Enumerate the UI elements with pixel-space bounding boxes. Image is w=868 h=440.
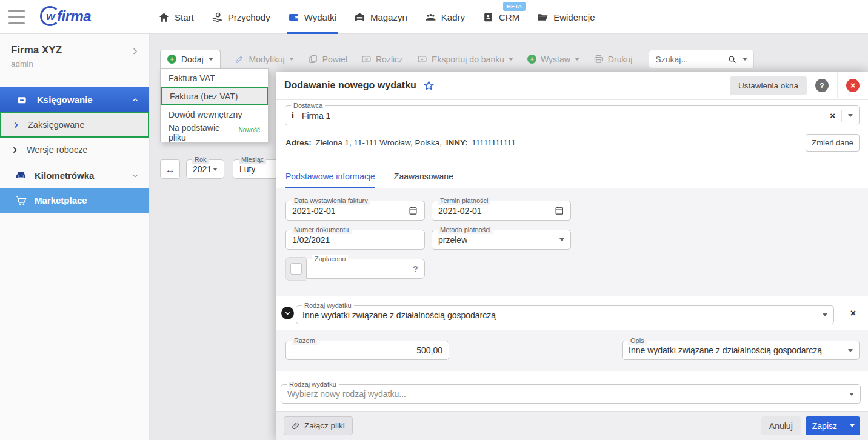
wfirma-logo[interactable]: w firma: [40, 6, 91, 26]
sidebar-item-zaksiegowane[interactable]: Zaksięgowane: [0, 112, 149, 138]
nav-item-kadry[interactable]: Kadry: [425, 0, 465, 34]
nav-item-start[interactable]: Start: [158, 0, 194, 34]
total-input[interactable]: [292, 345, 442, 355]
top-bar: w firma Start Przychody Wydatki Magazyn: [0, 0, 868, 34]
cart-icon: [15, 194, 27, 207]
logo-arc-icon: w: [40, 6, 60, 26]
document-number-field[interactable]: Numer dokumentu: [285, 230, 425, 250]
modal-tabs: Podstawowe informacje Zaawansowane: [285, 172, 453, 188]
expand-row-icon[interactable]: [281, 307, 294, 319]
double-arrow-icon: ↔: [165, 164, 175, 175]
sidebar-item-label: Kilometrówka: [35, 170, 94, 181]
due-date-input[interactable]: [438, 206, 554, 216]
nav-label: Magazyn: [370, 12, 407, 22]
caret-down-icon: [559, 238, 564, 241]
car-icon: [15, 169, 27, 182]
issue-date-label: Data wystawienia faktury: [292, 196, 370, 205]
export-to-bank-button[interactable]: Eksportuj do banku: [417, 54, 513, 64]
menu-item-dowod-wewnetrzny[interactable]: Dowód wewnętrzny: [161, 105, 268, 124]
attach-files-button[interactable]: Załącz pliki: [284, 416, 353, 435]
change-data-button[interactable]: Zmień dane: [806, 134, 860, 152]
nav-item-wydatki[interactable]: Wydatki: [288, 0, 336, 34]
add-button-label: Dodaj: [181, 55, 204, 64]
search-icon[interactable]: [727, 55, 737, 64]
info-icon[interactable]: i: [292, 111, 294, 121]
nav-item-magazyn[interactable]: Magazyn: [354, 0, 407, 34]
expand-range-button[interactable]: ↔: [160, 159, 180, 179]
caret-down-icon[interactable]: [844, 424, 860, 427]
issue-date-field[interactable]: Data wystawienia faktury: [285, 201, 425, 221]
paid-amount-input[interactable]: [313, 264, 413, 274]
company-name: Firma XYZ: [11, 44, 138, 56]
hand-coin-icon: [212, 12, 223, 23]
supplier-select[interactable]: Dostawca i Firma 1 ×: [285, 105, 860, 125]
add-button[interactable]: + Dodaj: [160, 50, 221, 69]
due-date-field[interactable]: Termin płatności: [432, 201, 571, 221]
paid-checkbox[interactable]: [290, 263, 302, 275]
save-button[interactable]: Zapisz: [806, 416, 860, 435]
plus-circle-icon: +: [527, 55, 536, 64]
year-select[interactable]: Rok 2021: [186, 159, 224, 179]
print-button[interactable]: Drukuj: [593, 54, 632, 64]
caret-down-icon: [575, 58, 579, 61]
payment-method-select[interactable]: Metoda płatności przelew: [432, 230, 571, 250]
search-input[interactable]: [655, 55, 727, 64]
paid-amount-field[interactable]: Zapłacono ?: [306, 259, 425, 279]
bank-export-icon: [417, 54, 427, 64]
sidebar-menu: Księgowanie Zaksięgowane Wersje robocze …: [0, 87, 149, 213]
menu-item-faktura-bez-vat[interactable]: Faktura (bez VAT): [161, 87, 268, 105]
new-expense-type-select[interactable]: Rodzaj wydatku Wybierz nowy rodzaj wydat…: [281, 384, 861, 404]
caret-down-icon: [849, 393, 854, 396]
calendar-icon[interactable]: [408, 205, 418, 216]
star-favorite-icon[interactable]: [423, 80, 435, 92]
pencil-icon: [235, 54, 245, 64]
main-nav: Start Przychody Wydatki Magazyn Kadry BE…: [158, 0, 595, 34]
month-label: Miesiąc: [239, 155, 266, 164]
issue-date-input[interactable]: [292, 206, 408, 216]
caret-down-icon[interactable]: [743, 58, 747, 61]
users-icon: [425, 12, 436, 23]
sidebar-item-kilometrowka[interactable]: Kilometrówka: [0, 163, 149, 188]
caret-down-icon: [213, 168, 218, 171]
remove-row-icon[interactable]: ×: [850, 308, 856, 319]
sidebar-item-marketplace[interactable]: Marketplace: [0, 188, 149, 213]
duplicate-button[interactable]: Powiel: [308, 54, 347, 64]
nav-item-ewidencje[interactable]: Ewidencje: [537, 0, 595, 34]
settle-button[interactable]: Rozlicz: [361, 54, 403, 64]
export-to-bank-label: Eksportuj do banku: [432, 55, 504, 64]
tab-zaawansowane[interactable]: Zaawansowane: [394, 172, 453, 188]
sidebar-item-ksiegowanie[interactable]: Księgowanie: [0, 87, 149, 112]
divider: [841, 110, 842, 122]
nav-item-przychody[interactable]: Przychody: [212, 0, 270, 34]
warehouse-icon: [354, 12, 366, 23]
window-settings-button[interactable]: Ustawienia okna: [730, 76, 807, 95]
save-button-label: Zapisz: [806, 421, 844, 431]
supplier-address-row: Adres: Zielona 1, 11-111 Wrocław, Polska…: [285, 134, 860, 152]
cancel-button[interactable]: Anuluj: [761, 416, 801, 435]
toolbar: + Dodaj Modyfikuj Powiel Rozlicz Eksport…: [160, 50, 754, 68]
modify-button[interactable]: Modyfikuj: [235, 54, 294, 64]
hamburger-menu-icon[interactable]: [8, 10, 25, 24]
clear-icon[interactable]: ×: [830, 111, 835, 120]
modify-button-label: Modyfikuj: [249, 55, 285, 64]
issue-button[interactable]: + Wystaw: [527, 55, 579, 64]
description-select[interactable]: Opis Inne wydatki związane z działalnośc…: [622, 341, 860, 360]
help-icon[interactable]: ?: [815, 79, 829, 92]
company-switcher[interactable]: Firma XYZ admin: [0, 34, 149, 68]
tab-podstawowe-informacje[interactable]: Podstawowe informacje: [285, 172, 375, 188]
document-number-input[interactable]: [292, 235, 418, 245]
question-hint-icon[interactable]: ?: [413, 264, 418, 274]
menu-item-na-podstawie-pliku[interactable]: Na podstawie pliku Nowość: [161, 124, 268, 142]
search-box: [649, 50, 754, 68]
menu-item-faktura-vat[interactable]: Faktura VAT: [161, 69, 268, 87]
sidebar-item-wersje-robocze[interactable]: Wersje robocze: [0, 138, 149, 162]
total-field[interactable]: Razem: [285, 341, 449, 360]
expense-type-select[interactable]: Rodzaj wydatku Inne wydatki związane z d…: [296, 305, 834, 324]
sidebar-item-label: Księgowanie: [37, 95, 93, 105]
close-icon[interactable]: ×: [846, 79, 860, 92]
nav-item-crm[interactable]: BETA CRM: [482, 0, 519, 34]
caret-down-icon[interactable]: [848, 114, 853, 117]
supplier-value: Firma 1: [302, 111, 330, 121]
address-label: Adres:: [285, 138, 312, 147]
calendar-icon[interactable]: [554, 205, 564, 216]
